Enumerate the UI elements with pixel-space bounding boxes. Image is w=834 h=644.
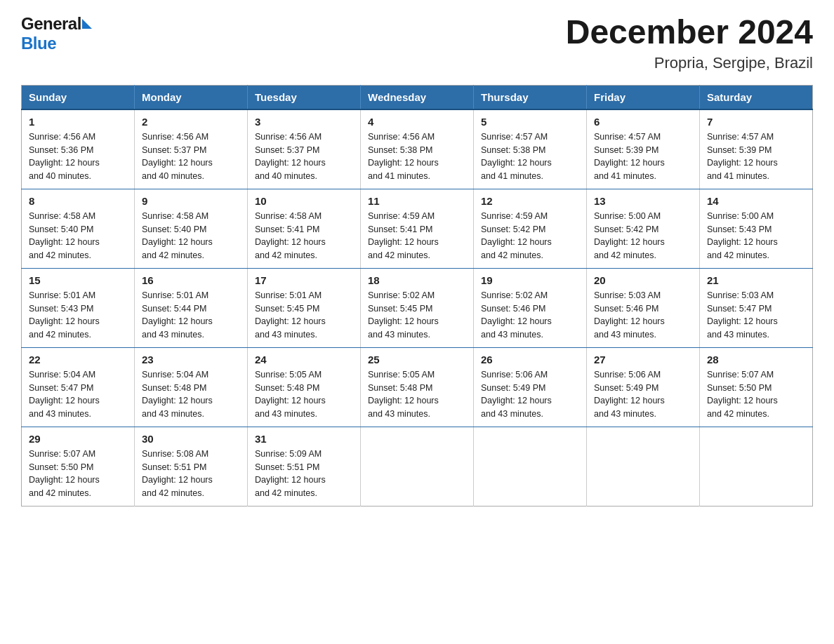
table-row: 8 Sunrise: 4:58 AM Sunset: 5:40 PM Dayli… bbox=[22, 189, 135, 268]
table-row: 20 Sunrise: 5:03 AM Sunset: 5:46 PM Dayl… bbox=[587, 268, 700, 347]
col-header-friday: Friday bbox=[587, 85, 700, 109]
calendar-week-row: 1 Sunrise: 4:56 AM Sunset: 5:36 PM Dayli… bbox=[22, 109, 813, 189]
day-info: Sunrise: 4:56 AM Sunset: 5:36 PM Dayligh… bbox=[29, 130, 127, 183]
table-row: 19 Sunrise: 5:02 AM Sunset: 5:46 PM Dayl… bbox=[474, 268, 587, 347]
day-info: Sunrise: 5:07 AM Sunset: 5:50 PM Dayligh… bbox=[707, 368, 805, 421]
table-row: 11 Sunrise: 4:59 AM Sunset: 5:41 PM Dayl… bbox=[361, 189, 474, 268]
table-row: 2 Sunrise: 4:56 AM Sunset: 5:37 PM Dayli… bbox=[135, 109, 248, 189]
table-row: 29 Sunrise: 5:07 AM Sunset: 5:50 PM Dayl… bbox=[22, 427, 135, 506]
table-row: 27 Sunrise: 5:06 AM Sunset: 5:49 PM Dayl… bbox=[587, 347, 700, 427]
table-row: 28 Sunrise: 5:07 AM Sunset: 5:50 PM Dayl… bbox=[700, 347, 813, 427]
col-header-monday: Monday bbox=[135, 85, 248, 109]
table-row: 13 Sunrise: 5:00 AM Sunset: 5:42 PM Dayl… bbox=[587, 189, 700, 268]
day-info: Sunrise: 4:59 AM Sunset: 5:41 PM Dayligh… bbox=[368, 210, 466, 262]
table-row: 12 Sunrise: 4:59 AM Sunset: 5:42 PM Dayl… bbox=[474, 189, 587, 268]
day-number: 29 bbox=[29, 433, 127, 445]
day-number: 20 bbox=[594, 274, 692, 286]
day-info: Sunrise: 5:00 AM Sunset: 5:42 PM Dayligh… bbox=[594, 210, 692, 262]
day-info: Sunrise: 4:56 AM Sunset: 5:37 PM Dayligh… bbox=[142, 130, 240, 183]
calendar-week-row: 22 Sunrise: 5:04 AM Sunset: 5:47 PM Dayl… bbox=[22, 347, 813, 427]
table-row: 25 Sunrise: 5:05 AM Sunset: 5:48 PM Dayl… bbox=[361, 347, 474, 427]
day-info: Sunrise: 5:06 AM Sunset: 5:49 PM Dayligh… bbox=[594, 368, 692, 421]
day-number: 14 bbox=[707, 195, 805, 207]
calendar-week-row: 29 Sunrise: 5:07 AM Sunset: 5:50 PM Dayl… bbox=[22, 427, 813, 506]
logo-general-text: General bbox=[21, 14, 81, 34]
calendar-title: December 2024 bbox=[566, 14, 813, 51]
calendar-subtitle: Propria, Sergipe, Brazil bbox=[566, 54, 813, 72]
day-info: Sunrise: 5:08 AM Sunset: 5:51 PM Dayligh… bbox=[142, 448, 240, 500]
day-info: Sunrise: 5:03 AM Sunset: 5:46 PM Dayligh… bbox=[594, 289, 692, 342]
day-info: Sunrise: 5:02 AM Sunset: 5:46 PM Dayligh… bbox=[481, 289, 579, 342]
table-row: 23 Sunrise: 5:04 AM Sunset: 5:48 PM Dayl… bbox=[135, 347, 248, 427]
table-row: 9 Sunrise: 4:58 AM Sunset: 5:40 PM Dayli… bbox=[135, 189, 248, 268]
day-number: 18 bbox=[368, 274, 466, 286]
day-info: Sunrise: 4:59 AM Sunset: 5:42 PM Dayligh… bbox=[481, 210, 579, 262]
day-info: Sunrise: 5:05 AM Sunset: 5:48 PM Dayligh… bbox=[255, 368, 353, 421]
table-row: 24 Sunrise: 5:05 AM Sunset: 5:48 PM Dayl… bbox=[248, 347, 361, 427]
table-row: 31 Sunrise: 5:09 AM Sunset: 5:51 PM Dayl… bbox=[248, 427, 361, 506]
day-number: 31 bbox=[255, 433, 353, 445]
page-header: General Blue December 2024 Propria, Serg… bbox=[21, 14, 813, 72]
table-row: 1 Sunrise: 4:56 AM Sunset: 5:36 PM Dayli… bbox=[22, 109, 135, 189]
day-info: Sunrise: 4:56 AM Sunset: 5:38 PM Dayligh… bbox=[368, 130, 466, 183]
day-info: Sunrise: 5:04 AM Sunset: 5:48 PM Dayligh… bbox=[142, 368, 240, 421]
day-number: 11 bbox=[368, 195, 466, 207]
day-number: 19 bbox=[481, 274, 579, 286]
table-row bbox=[587, 427, 700, 506]
day-number: 12 bbox=[481, 195, 579, 207]
day-info: Sunrise: 5:00 AM Sunset: 5:43 PM Dayligh… bbox=[707, 210, 805, 262]
day-info: Sunrise: 4:58 AM Sunset: 5:41 PM Dayligh… bbox=[255, 210, 353, 262]
logo-arrow-icon bbox=[82, 19, 92, 29]
day-number: 15 bbox=[29, 274, 127, 286]
table-row bbox=[700, 427, 813, 506]
table-row: 6 Sunrise: 4:57 AM Sunset: 5:39 PM Dayli… bbox=[587, 109, 700, 189]
table-row: 26 Sunrise: 5:06 AM Sunset: 5:49 PM Dayl… bbox=[474, 347, 587, 427]
day-number: 24 bbox=[255, 354, 353, 365]
logo: General Blue bbox=[21, 14, 92, 53]
day-number: 16 bbox=[142, 274, 240, 286]
table-row: 10 Sunrise: 4:58 AM Sunset: 5:41 PM Dayl… bbox=[248, 189, 361, 268]
col-header-wednesday: Wednesday bbox=[361, 85, 474, 109]
table-row: 7 Sunrise: 4:57 AM Sunset: 5:39 PM Dayli… bbox=[700, 109, 813, 189]
day-number: 23 bbox=[142, 354, 240, 365]
day-number: 3 bbox=[255, 116, 353, 128]
day-number: 17 bbox=[255, 274, 353, 286]
day-info: Sunrise: 5:05 AM Sunset: 5:48 PM Dayligh… bbox=[368, 368, 466, 421]
table-row: 16 Sunrise: 5:01 AM Sunset: 5:44 PM Dayl… bbox=[135, 268, 248, 347]
table-row: 22 Sunrise: 5:04 AM Sunset: 5:47 PM Dayl… bbox=[22, 347, 135, 427]
col-header-sunday: Sunday bbox=[22, 85, 135, 109]
table-row: 30 Sunrise: 5:08 AM Sunset: 5:51 PM Dayl… bbox=[135, 427, 248, 506]
day-number: 22 bbox=[29, 354, 127, 365]
table-row: 15 Sunrise: 5:01 AM Sunset: 5:43 PM Dayl… bbox=[22, 268, 135, 347]
day-info: Sunrise: 5:07 AM Sunset: 5:50 PM Dayligh… bbox=[29, 448, 127, 500]
calendar-week-row: 8 Sunrise: 4:58 AM Sunset: 5:40 PM Dayli… bbox=[22, 189, 813, 268]
day-number: 2 bbox=[142, 116, 240, 128]
day-number: 8 bbox=[29, 195, 127, 207]
day-number: 4 bbox=[368, 116, 466, 128]
day-number: 26 bbox=[481, 354, 579, 365]
table-row: 4 Sunrise: 4:56 AM Sunset: 5:38 PM Dayli… bbox=[361, 109, 474, 189]
logo-blue-text: Blue bbox=[21, 34, 56, 53]
day-info: Sunrise: 5:02 AM Sunset: 5:45 PM Dayligh… bbox=[368, 289, 466, 342]
day-number: 7 bbox=[707, 116, 805, 128]
table-row: 3 Sunrise: 4:56 AM Sunset: 5:37 PM Dayli… bbox=[248, 109, 361, 189]
day-number: 5 bbox=[481, 116, 579, 128]
day-number: 30 bbox=[142, 433, 240, 445]
table-row: 18 Sunrise: 5:02 AM Sunset: 5:45 PM Dayl… bbox=[361, 268, 474, 347]
day-info: Sunrise: 4:58 AM Sunset: 5:40 PM Dayligh… bbox=[29, 210, 127, 262]
calendar-header-row: Sunday Monday Tuesday Wednesday Thursday… bbox=[22, 85, 813, 109]
day-number: 9 bbox=[142, 195, 240, 207]
col-header-thursday: Thursday bbox=[474, 85, 587, 109]
day-number: 10 bbox=[255, 195, 353, 207]
day-number: 25 bbox=[368, 354, 466, 365]
col-header-saturday: Saturday bbox=[700, 85, 813, 109]
table-row bbox=[361, 427, 474, 506]
day-number: 6 bbox=[594, 116, 692, 128]
title-block: December 2024 Propria, Sergipe, Brazil bbox=[566, 14, 813, 72]
calendar-table: Sunday Monday Tuesday Wednesday Thursday… bbox=[21, 85, 813, 507]
day-info: Sunrise: 5:09 AM Sunset: 5:51 PM Dayligh… bbox=[255, 448, 353, 500]
day-number: 13 bbox=[594, 195, 692, 207]
day-info: Sunrise: 5:04 AM Sunset: 5:47 PM Dayligh… bbox=[29, 368, 127, 421]
day-info: Sunrise: 4:57 AM Sunset: 5:38 PM Dayligh… bbox=[481, 130, 579, 183]
day-info: Sunrise: 5:01 AM Sunset: 5:44 PM Dayligh… bbox=[142, 289, 240, 342]
